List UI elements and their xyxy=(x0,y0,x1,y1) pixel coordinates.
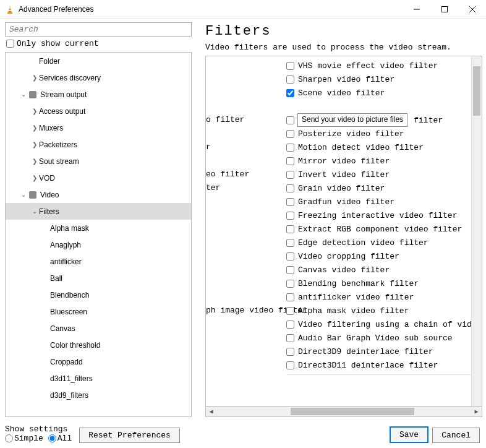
cancel-button[interactable]: Cancel xyxy=(432,428,480,443)
filter-checkbox[interactable] xyxy=(286,198,294,206)
filter-check-item[interactable] xyxy=(286,100,471,113)
scroll-right-icon[interactable]: ▶ xyxy=(471,408,482,415)
filter-checkbox[interactable] xyxy=(286,75,294,84)
minimize-button[interactable] xyxy=(403,0,430,19)
tree-item-blendbench[interactable]: Blendbench xyxy=(6,286,191,303)
tree-item-color-threshold[interactable]: Color threshold xyxy=(6,337,191,353)
tree-item-vod[interactable]: ❯VOD xyxy=(6,170,191,186)
filter-checkbox[interactable] xyxy=(286,116,294,124)
filter-row-fragment: o filter xyxy=(206,113,286,127)
tree-item-croppadd[interactable]: Croppadd xyxy=(6,353,191,370)
filter-checkbox[interactable] xyxy=(286,62,294,70)
filter-check-blending-benchmark-filter[interactable]: Blending benchmark filter xyxy=(286,277,471,290)
filter-check-video-cropping-filter[interactable]: Video cropping filter xyxy=(286,249,471,263)
tree-item-d3d9-filters[interactable]: d3d9_filters xyxy=(6,387,191,403)
tree-item-services-discovery[interactable]: ❯Services discovery xyxy=(6,69,191,86)
filter-check-direct3d9-deinterlace-filter[interactable]: Direct3D9 deinterlace filter xyxy=(286,345,471,358)
filter-check-video-filtering-using-a-chain-[interactable]: Video filtering using a chain of video f… xyxy=(286,317,471,331)
filter-row-fragment xyxy=(206,222,286,236)
filter-checkbox[interactable] xyxy=(286,184,294,192)
filter-checkbox[interactable] xyxy=(286,280,294,288)
tree-item-video[interactable]: ⌄Video xyxy=(6,186,191,203)
preferences-tree[interactable]: Folder❯Services discovery⌄Stream output❯… xyxy=(5,52,192,417)
filter-check-audio-bar-graph-video-sub-sour[interactable]: Audio Bar Graph Video sub source xyxy=(286,331,471,345)
filter-checkbox[interactable] xyxy=(286,361,294,369)
filter-checkbox[interactable] xyxy=(286,225,294,233)
tree-item-folder[interactable]: Folder xyxy=(6,53,191,69)
filter-checkbox[interactable] xyxy=(286,171,294,179)
filter-checkbox[interactable] xyxy=(286,89,294,97)
maximize-button[interactable] xyxy=(430,0,458,19)
tree-item-sout-stream[interactable]: ❯Sout stream xyxy=(6,153,191,170)
filter-check-invert-video-filter[interactable]: Invert video filter xyxy=(286,168,471,181)
filter-check-alpha-mask-video-filter[interactable]: Alpha mask video filter xyxy=(286,304,471,317)
filter-check-antiflicker-video-filter[interactable]: antiflicker video filter xyxy=(286,290,471,304)
vertical-scroll-thumb[interactable] xyxy=(473,66,480,116)
filter-label: Direct3D9 deinterlace filter xyxy=(298,347,433,356)
filter-check-motion-detect-video-filter[interactable]: Motion detect video filter xyxy=(286,140,471,154)
filter-checkbox[interactable] xyxy=(286,130,294,138)
filter-check-posterize-video-filter[interactable]: Posterize video filter xyxy=(286,127,471,140)
tree-arrow-icon: ⌄ xyxy=(19,191,28,198)
radio-simple[interactable]: Simple xyxy=(5,434,43,443)
horizontal-scrollbar[interactable]: ◀ ▶ xyxy=(205,407,482,417)
filter-check-scene-video-filter[interactable]: Scene video filter xyxy=(286,86,471,100)
search-input[interactable] xyxy=(5,22,192,37)
only-show-current-checkbox[interactable]: Only show current xyxy=(5,37,199,52)
close-button[interactable] xyxy=(458,0,486,19)
filter-row-fragment xyxy=(206,277,286,290)
tree-item-bluescreen[interactable]: Bluescreen xyxy=(6,303,191,320)
filter-label: Motion detect video filter xyxy=(298,143,424,152)
vertical-scrollbar[interactable] xyxy=(471,56,482,406)
filter-label: Extract RGB component video filter xyxy=(298,225,462,234)
filter-checkbox[interactable] xyxy=(286,293,294,301)
filter-checkbox[interactable] xyxy=(286,334,294,342)
filter-checkbox[interactable] xyxy=(286,252,294,261)
tree-item-muxers[interactable]: ❯Muxers xyxy=(6,119,191,136)
tree-arrow-icon: ❯ xyxy=(30,108,39,114)
filter-check-grain-video-filter[interactable]: Grain video filter xyxy=(286,181,471,195)
filter-checkbox[interactable] xyxy=(286,266,294,274)
filter-check-vhs-movie-effect-video-filter[interactable]: VHS movie effect video filter xyxy=(286,59,471,72)
reset-preferences-button[interactable]: Reset Preferences xyxy=(79,428,180,443)
scroll-left-icon[interactable]: ◀ xyxy=(206,408,216,415)
tree-item-packetizers[interactable]: ❯Packetizers xyxy=(6,136,191,153)
filter-check-gradfun-video-filter[interactable]: Gradfun video filter xyxy=(286,195,471,209)
filter-checkbox[interactable] xyxy=(286,307,294,315)
svg-marker-0 xyxy=(8,6,12,13)
filter-check-edge-detection-video-filter[interactable]: Edge detection video filter xyxy=(286,236,471,249)
filter-checkbox[interactable] xyxy=(286,144,294,152)
filter-label: Sharpen video filter xyxy=(298,75,394,84)
tree-item-stream-output[interactable]: ⌄Stream output xyxy=(6,86,191,103)
tree-item-ball[interactable]: Ball xyxy=(6,270,191,286)
tree-item-filters[interactable]: ⌄Filters xyxy=(6,203,191,220)
filter-check-direct3d11-deinterlace-filter[interactable]: Direct3D11 deinterlace filter xyxy=(286,358,471,372)
radio-all[interactable]: All xyxy=(48,434,72,443)
filter-checkbox[interactable] xyxy=(286,212,294,220)
filter-label: Mirror video filter xyxy=(298,157,390,166)
filter-check-freezing-interactive-video-fil[interactable]: Freezing interactive video filter xyxy=(286,209,471,222)
filter-checkbox[interactable] xyxy=(286,239,294,247)
filter-check-canvas-video-filter[interactable]: Canvas video filter xyxy=(286,263,471,277)
save-button[interactable]: Save xyxy=(390,426,428,443)
filter-row-fragment xyxy=(206,72,286,86)
tree-item-antiflicker[interactable]: antiflicker xyxy=(6,253,191,270)
tree-item-label: Filters xyxy=(39,207,59,216)
tree-item-d3d11-filters[interactable]: d3d11_filters xyxy=(6,370,191,387)
filter-checkbox[interactable] xyxy=(286,157,294,165)
filter-check-extract-rgb-component-video-fi[interactable]: Extract RGB component video filter xyxy=(286,222,471,236)
filter-checkbox[interactable] xyxy=(286,321,294,329)
tree-item-access-output[interactable]: ❯Access output xyxy=(6,103,191,119)
svg-rect-9 xyxy=(29,191,36,199)
show-settings-group: Show settings Simple All xyxy=(5,424,75,443)
tree-item-canvas[interactable]: Canvas xyxy=(6,320,191,337)
filter-check-mirror-video-filter[interactable]: Mirror video filter xyxy=(286,154,471,168)
filter-row-fragment xyxy=(206,317,286,331)
tree-item-anaglyph[interactable]: Anaglyph xyxy=(6,236,191,253)
tree-item-alpha-mask[interactable]: Alpha mask xyxy=(6,220,191,236)
filter-label: Blending benchmark filter xyxy=(298,279,419,288)
filter-checkbox[interactable] xyxy=(286,348,294,356)
filter-check-sharpen-video-filter[interactable]: Sharpen video filter xyxy=(286,72,471,86)
filter-row-fragment: ter xyxy=(206,181,286,195)
horizontal-scroll-thumb[interactable] xyxy=(291,408,414,415)
